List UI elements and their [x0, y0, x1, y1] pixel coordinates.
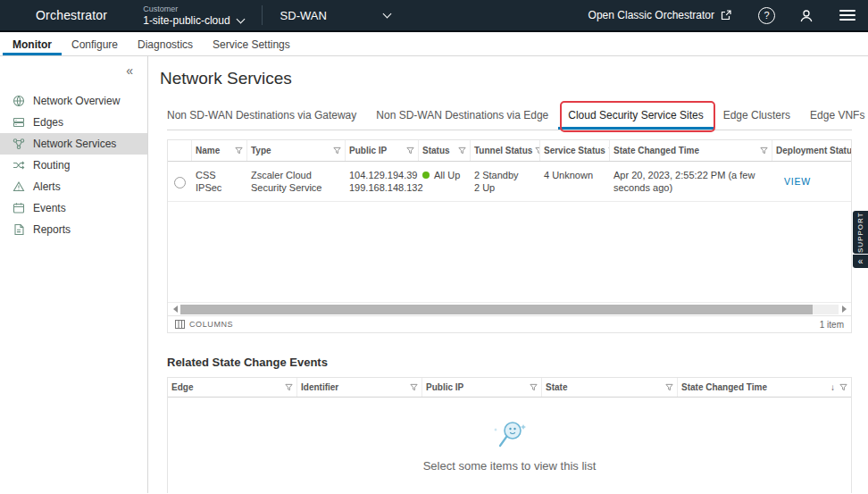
tab-monitor[interactable]: Monitor	[3, 32, 62, 55]
tab-edge-vnfs[interactable]: Edge VNFs	[800, 103, 868, 130]
column-label: Identifier	[301, 382, 338, 392]
sidebar-item-reports[interactable]: Reports	[0, 219, 147, 240]
cell-service-status: 4 Unknown	[539, 162, 609, 201]
filter-icon[interactable]	[839, 383, 847, 391]
filter-icon[interactable]	[333, 147, 341, 155]
column-label: State Changed Time	[681, 382, 767, 392]
sidebar-item-label: Alerts	[33, 180, 61, 193]
column-label: Edge	[171, 382, 193, 392]
user-icon[interactable]	[798, 8, 814, 23]
menu-icon[interactable]	[839, 10, 855, 21]
filter-icon[interactable]	[235, 147, 243, 155]
filter-icon[interactable]	[406, 147, 414, 155]
related-events-table: Edge Identifier Public IP State	[167, 377, 852, 493]
css-sites-table: Name Type Public IP Status	[167, 139, 852, 333]
column-header-state-changed-time[interactable]: State Changed Time ↓	[677, 378, 851, 397]
scroll-left-icon[interactable]	[170, 305, 180, 314]
tab-cloud-security-service-sites[interactable]: Cloud Security Service Sites	[558, 103, 713, 130]
sidebar-item-alerts[interactable]: Alerts	[0, 176, 147, 197]
row-radio-button[interactable]	[174, 177, 186, 188]
app-brand: Orchestrator	[36, 8, 107, 22]
columns-label: COLUMNS	[189, 320, 233, 329]
related-events-title: Related State Change Events	[167, 356, 852, 369]
table-row[interactable]: CSS IPSec Zscaler Cloud Security Service…	[168, 162, 851, 202]
tunnel-status-1: 2 Standby	[474, 169, 535, 181]
column-header-type[interactable]: Type	[246, 140, 345, 161]
column-header-status[interactable]: Status	[418, 140, 470, 161]
product-selector[interactable]: SD-WAN	[280, 9, 390, 22]
cell-state-changed-time: Apr 20, 2023, 2:55:22 PM (a few seconds …	[609, 162, 772, 201]
tab-service-settings[interactable]: Service Settings	[203, 32, 300, 55]
public-ip-1: 104.129.194.39	[349, 169, 413, 181]
empty-state-message: Select some items to view this list	[423, 459, 597, 473]
empty-state: Select some items to view this list	[168, 398, 851, 493]
filter-icon[interactable]	[760, 147, 768, 155]
column-header-service-status[interactable]: Service Status	[539, 140, 609, 161]
sort-desc-icon[interactable]: ↓	[830, 382, 837, 392]
orchestrator-app: Orchestrator Customer 1-site-public-clou…	[0, 0, 868, 494]
column-label: Tunnel Status	[474, 146, 532, 155]
tab-diagnostics[interactable]: Diagnostics	[128, 32, 203, 55]
sidebar-item-edges[interactable]: Edges	[0, 112, 147, 133]
column-label: Deployment Status	[776, 146, 851, 155]
cell-tunnel-status: 2 Standby 2 Up	[470, 162, 539, 201]
tab-nsd-via-gateway[interactable]: Non SD-WAN Destinations via Gateway	[167, 103, 366, 130]
column-label: Service Status	[544, 146, 605, 155]
view-link[interactable]: VIEW	[784, 176, 811, 187]
filter-icon[interactable]	[530, 383, 538, 391]
help-icon[interactable]: ?	[758, 7, 775, 24]
column-header-edge[interactable]: Edge	[168, 378, 296, 397]
sidebar-collapse-button[interactable]: «	[0, 63, 147, 78]
sidebar-item-label: Network Services	[33, 138, 116, 150]
sidebar-item-events[interactable]: Events	[0, 197, 147, 219]
tab-label: Cloud Security Service Sites	[568, 109, 703, 121]
column-header-name[interactable]: Name	[191, 140, 246, 161]
open-classic-orchestrator-link[interactable]: Open Classic Orchestrator	[588, 9, 731, 21]
column-header-tunnel-status[interactable]: Tunnel Status	[470, 140, 539, 161]
columns-icon	[175, 320, 185, 329]
page-title: Network Services	[160, 69, 852, 88]
table-header-row: Edge Identifier Public IP State	[168, 378, 851, 398]
column-header-identifier[interactable]: Identifier	[296, 378, 421, 397]
cell-name: CSS IPSec	[191, 162, 246, 201]
scrollbar-thumb[interactable]	[180, 305, 813, 314]
alerts-icon	[13, 180, 25, 193]
column-label: Public IP	[426, 382, 463, 392]
sidebar-item-label: Routing	[33, 159, 70, 172]
support-tab[interactable]: SUPPORT	[853, 211, 868, 254]
column-header-state[interactable]: State	[541, 378, 677, 397]
sidebar-item-label: Events	[33, 202, 66, 214]
column-header-public-ip[interactable]: Public IP	[421, 378, 541, 397]
columns-button[interactable]: COLUMNS	[175, 320, 233, 329]
sidebar-item-routing[interactable]: Routing	[0, 155, 147, 176]
sidebar-item-network-overview[interactable]: Network Overview	[0, 90, 147, 112]
routing-icon	[13, 159, 25, 172]
edges-icon	[13, 116, 25, 129]
select-all-column	[168, 140, 191, 161]
support-collapse-button[interactable]: «	[853, 255, 868, 268]
chevron-down-icon	[236, 14, 245, 23]
customer-selector[interactable]: Customer 1-site-public-cloud	[143, 4, 243, 27]
help-glyph: ?	[764, 10, 769, 21]
cell-public-ip: 104.129.194.39 199.168.148.132	[345, 162, 418, 201]
network-services-tabs: Non SD-WAN Destinations via Gateway Non …	[167, 103, 852, 130]
tab-configure[interactable]: Configure	[62, 32, 128, 55]
filter-icon[interactable]	[665, 383, 673, 391]
public-ip-2: 199.168.148.132	[349, 181, 413, 194]
scrollbar-track[interactable]	[180, 305, 839, 314]
tab-edge-clusters[interactable]: Edge Clusters	[714, 103, 800, 130]
column-header-state-changed-time[interactable]: State Changed Time	[609, 140, 772, 161]
column-header-public-ip[interactable]: Public IP	[345, 140, 418, 161]
tab-nsd-via-edge[interactable]: Non SD-WAN Destinations via Edge	[366, 103, 558, 130]
scroll-right-icon[interactable]	[839, 305, 849, 314]
column-header-deployment-status[interactable]: Deployment Status ↓	[772, 140, 851, 161]
top-bar: Orchestrator Customer 1-site-public-clou…	[0, 0, 868, 32]
empty-search-illustration	[491, 419, 529, 451]
table-empty-space	[168, 202, 851, 302]
horizontal-scrollbar[interactable]	[168, 302, 851, 315]
item-count: 1 item	[820, 320, 844, 330]
filter-icon[interactable]	[285, 383, 293, 391]
filter-icon[interactable]	[458, 147, 466, 155]
sidebar-item-network-services[interactable]: Network Services	[0, 133, 147, 155]
filter-icon[interactable]	[410, 383, 418, 391]
